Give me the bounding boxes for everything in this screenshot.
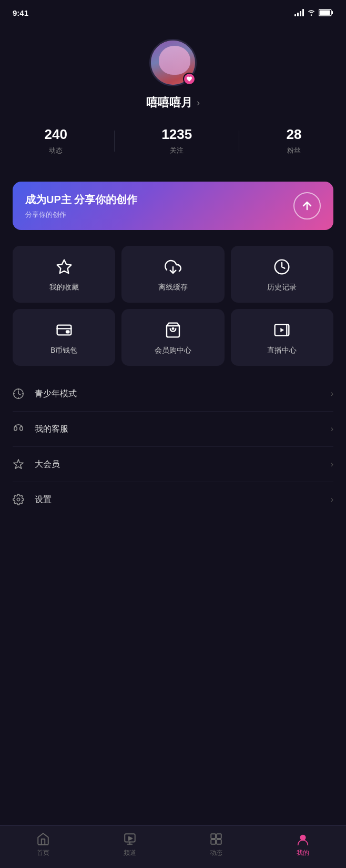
- stat-posts-number: 240: [45, 126, 67, 143]
- svg-rect-22: [217, 840, 221, 844]
- stat-posts-label: 动态: [49, 146, 63, 155]
- stat-fans-label: 粉丝: [287, 146, 301, 155]
- up-banner[interactable]: 成为UP主 分享你的创作 分享你的创作: [13, 182, 333, 230]
- customer-service-label: 我的客服: [35, 424, 320, 435]
- profile-section: 嘻嘻嘻月 › 240 动态 1235 关注 28 粉丝: [0, 23, 346, 182]
- svg-point-14: [17, 498, 20, 501]
- menu-item-vip[interactable]: 大会员 ›: [13, 447, 333, 482]
- nav-item-mine[interactable]: 我的: [287, 832, 319, 857]
- home-nav-label: 首页: [37, 849, 49, 857]
- svg-rect-1: [332, 11, 333, 14]
- wallet-icon: [56, 322, 73, 338]
- history-label: 历史记录: [267, 283, 297, 292]
- customer-service-chevron-icon: ›: [331, 424, 333, 434]
- svg-marker-11: [281, 328, 284, 332]
- avatar-badge: [183, 73, 196, 85]
- clock-icon: [273, 258, 290, 275]
- bottom-nav: 首页 频道 动态: [0, 825, 346, 868]
- grid-item-favorites[interactable]: 我的收藏: [13, 246, 115, 303]
- banner-text: 成为UP主 分享你的创作 分享你的创作: [25, 193, 137, 220]
- settings-chevron-icon: ›: [331, 495, 333, 504]
- stat-fans-number: 28: [286, 126, 301, 143]
- home-icon: [36, 832, 50, 846]
- favorites-label: 我的收藏: [49, 283, 79, 292]
- svg-rect-19: [211, 834, 216, 839]
- username-chevron-icon: ›: [197, 97, 200, 108]
- vip-chevron-icon: ›: [331, 460, 333, 469]
- dynamic-icon: [209, 832, 223, 846]
- status-bar: 9:41: [0, 0, 346, 23]
- grid-row-1: 我的收藏 离线缓存 历史记录: [13, 246, 333, 303]
- grid-row-2: B币钱包 会员购中心 直播中心: [13, 309, 333, 366]
- offline-label: 离线缓存: [158, 283, 188, 292]
- channel-icon: [123, 832, 137, 846]
- status-icons: [294, 9, 333, 16]
- menu-list: 青少年模式 › 我的客服 › 大会员 › 设置: [0, 376, 346, 517]
- vip-label: 大会员: [35, 459, 320, 470]
- settings-icon: [13, 494, 24, 505]
- stats-row: 240 动态 1235 关注 28 粉丝: [0, 126, 346, 155]
- channel-nav-label: 频道: [124, 849, 136, 857]
- youth-mode-label: 青少年模式: [35, 388, 320, 400]
- svg-rect-20: [217, 834, 221, 839]
- stat-following[interactable]: 1235 关注: [161, 126, 192, 155]
- vip-icon: [13, 458, 24, 470]
- cloud-download-icon: [165, 258, 181, 275]
- svg-rect-7: [66, 331, 69, 333]
- grid-item-wallet[interactable]: B币钱包: [13, 309, 115, 366]
- svg-marker-3: [57, 260, 71, 273]
- stat-divider-2: [239, 131, 239, 152]
- menu-item-settings[interactable]: 设置 ›: [13, 482, 333, 517]
- youth-mode-chevron-icon: ›: [331, 389, 333, 398]
- stat-following-label: 关注: [170, 146, 184, 155]
- grid-item-membership[interactable]: 会员购中心: [121, 309, 224, 366]
- banner-upload-button[interactable]: [293, 192, 321, 220]
- menu-item-customer-service[interactable]: 我的客服 ›: [13, 412, 333, 447]
- grid-section: 我的收藏 离线缓存 历史记录 B币钱包: [0, 246, 346, 366]
- youth-mode-icon: [13, 388, 24, 400]
- signal-icon: [294, 9, 304, 16]
- wifi-icon: [307, 9, 316, 16]
- wallet-label: B币钱包: [50, 346, 77, 355]
- settings-label: 设置: [35, 494, 320, 505]
- grid-item-history[interactable]: 历史记录: [231, 246, 333, 303]
- svg-marker-16: [129, 837, 133, 841]
- stat-divider-1: [114, 131, 115, 152]
- banner-title: 成为UP主 分享你的创作: [25, 193, 137, 207]
- status-time: 9:41: [13, 8, 28, 17]
- menu-item-youth-mode[interactable]: 青少年模式 ›: [13, 376, 333, 412]
- nav-item-home[interactable]: 首页: [27, 832, 59, 857]
- grid-item-offline[interactable]: 离线缓存: [121, 246, 224, 303]
- upload-icon: [301, 199, 313, 212]
- svg-rect-2: [320, 11, 330, 15]
- stat-posts[interactable]: 240 动态: [45, 126, 67, 155]
- nav-item-channel[interactable]: 频道: [114, 832, 146, 857]
- grid-item-live[interactable]: 直播中心: [231, 309, 333, 366]
- svg-point-9: [172, 328, 174, 330]
- stat-following-number: 1235: [161, 126, 192, 143]
- shopping-bag-icon: [165, 322, 181, 338]
- membership-label: 会员购中心: [155, 346, 191, 355]
- star-icon: [56, 258, 73, 275]
- mine-icon: [296, 832, 310, 846]
- mine-nav-label: 我的: [297, 849, 309, 857]
- svg-rect-6: [57, 325, 71, 335]
- customer-service-icon: [13, 423, 24, 435]
- banner-subtitle: 分享你的创作: [25, 210, 137, 220]
- svg-marker-13: [14, 460, 23, 468]
- avatar-wrapper[interactable]: [149, 39, 197, 86]
- dynamic-nav-label: 动态: [210, 849, 222, 857]
- live-label: 直播中心: [267, 346, 297, 355]
- svg-rect-21: [211, 840, 216, 844]
- username-row[interactable]: 嘻嘻嘻月 ›: [146, 95, 200, 111]
- stat-fans[interactable]: 28 粉丝: [286, 126, 301, 155]
- username: 嘻嘻嘻月: [146, 95, 192, 111]
- live-icon: [273, 322, 290, 338]
- nav-item-dynamic[interactable]: 动态: [200, 832, 232, 857]
- battery-icon: [319, 9, 333, 16]
